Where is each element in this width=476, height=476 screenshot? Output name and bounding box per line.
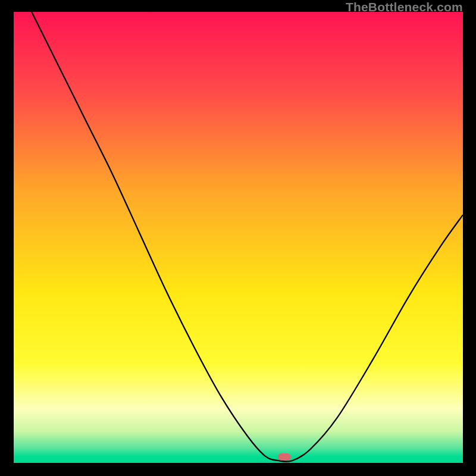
- optimal-marker: [278, 453, 291, 461]
- plot-area: [14, 12, 463, 463]
- bottleneck-curve: [32, 12, 463, 462]
- frame: TheBottleneck.com: [0, 0, 476, 476]
- curve-svg: [14, 12, 463, 463]
